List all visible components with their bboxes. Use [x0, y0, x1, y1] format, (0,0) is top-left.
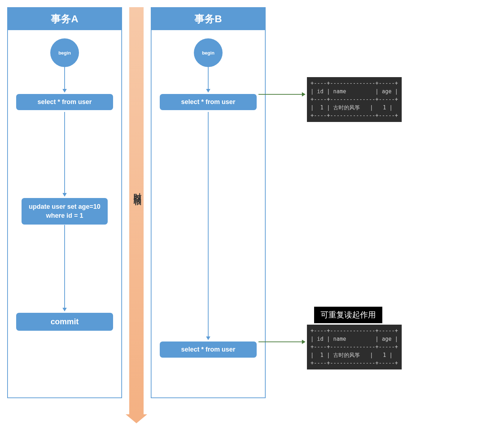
timeline-arrow — [129, 7, 144, 416]
arrow-line — [64, 112, 65, 196]
table-border: +----+--------------+-----+ — [311, 112, 398, 119]
transaction-b-begin: begin — [194, 38, 223, 67]
table-header: | id | name | age | — [311, 336, 398, 342]
table-row: | 1 | 古时的风筝 | 1 | — [311, 104, 393, 111]
arrow-line — [208, 112, 209, 340]
arrow-line — [208, 67, 209, 92]
table-border: +----+--------------+-----+ — [311, 96, 398, 103]
table-border: +----+--------------+-----+ — [311, 328, 398, 334]
repeatable-read-note: 可重复读起作用 — [314, 307, 382, 323]
transaction-b-title: 事务B — [151, 8, 265, 30]
transaction-b-step-select-2: select * from user — [160, 341, 257, 358]
horiz-arrow-2 — [258, 341, 305, 342]
arrow-line — [64, 67, 65, 92]
transaction-a-title: 事务A — [8, 8, 121, 30]
table-border: +----+--------------+-----+ — [311, 80, 398, 86]
transaction-b-step-select-1: select * from user — [160, 94, 257, 110]
transaction-a-begin: begin — [50, 38, 79, 67]
horiz-arrow-1 — [258, 94, 305, 95]
table-border: +----+--------------+-----+ — [311, 360, 398, 366]
transaction-a-step-update: update user set age=10 where id = 1 — [22, 198, 108, 225]
transaction-a-step-commit: commit — [16, 313, 113, 331]
transaction-b-box: 事务B begin select * from user select * fr… — [151, 7, 266, 398]
result-table-1: +----+--------------+-----+ | id | name … — [307, 77, 402, 122]
result-table-2: +----+--------------+-----+ | id | name … — [307, 325, 402, 369]
arrow-line — [64, 225, 65, 311]
timeline-label: 时间轴 — [132, 187, 143, 193]
transaction-a-box: 事务A begin select * from user update user… — [7, 7, 122, 398]
transaction-a-step-select: select * from user — [16, 94, 113, 110]
table-header: | id | name | age | — [311, 88, 398, 95]
table-row: | 1 | 古时的风筝 | 1 | — [311, 352, 393, 358]
table-border: +----+--------------+-----+ — [311, 344, 398, 350]
